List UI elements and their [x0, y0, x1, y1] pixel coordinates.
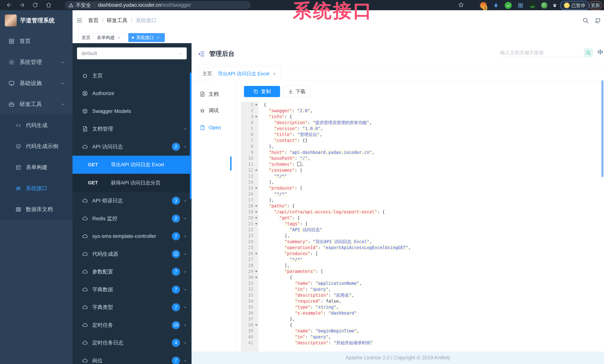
sidebar-subitem-代码生成[interactable]: 代码生成	[0, 115, 73, 136]
chevron-down-icon	[60, 81, 65, 86]
sidebar-item-系统管理[interactable]: 系统管理	[0, 52, 73, 73]
extension-icon-4[interactable]	[516, 1, 524, 9]
browser-back-icon[interactable]	[6, 2, 12, 8]
line-number: 33	[241, 292, 258, 298]
doc-search-button[interactable]	[584, 48, 593, 57]
close-icon[interactable]	[272, 72, 276, 76]
sidebar-item-基础设施[interactable]: 基础设施	[0, 73, 73, 94]
fold-arrow-icon[interactable]	[255, 116, 257, 118]
extension-badge: 1	[483, 6, 487, 10]
swagger-menu-Swagger Models[interactable]: Swagger Models	[73, 102, 191, 120]
swagger-menu-代码生成器[interactable]: 代码生成器11	[73, 245, 191, 263]
extension-icon-7[interactable]	[551, 1, 559, 9]
fold-arrow-icon[interactable]	[255, 253, 257, 254]
swagger-menu-sys-sms-template-controller[interactable]: sys-sms-template-controller7	[73, 227, 191, 245]
extension-icon-2[interactable]	[492, 1, 500, 9]
extension-icon-6[interactable]	[541, 1, 548, 9]
code-editor[interactable]: 1{2"swagger": "2.0",3"info": {4"descript…	[241, 102, 604, 351]
browser-menu-icon[interactable]	[601, 2, 604, 8]
sidebar-item-首页[interactable]: 首页	[0, 31, 73, 52]
language-toggle[interactable]: 中	[598, 49, 603, 56]
swagger-menu-文档管理[interactable]: 文档管理	[73, 120, 191, 138]
fold-arrow-icon[interactable]	[255, 104, 257, 106]
breadcrumb-item[interactable]: 首页	[88, 17, 99, 24]
sidebar-item-研发工具[interactable]: 研发工具	[0, 94, 73, 115]
sidebar-subitem-系统接口[interactable]: 系统接口	[0, 178, 73, 199]
doc-tab-导出API 访问日志 Excel[interactable]: 导出API 访问日志 Excel	[213, 66, 281, 81]
paused-label: 已暂停	[571, 2, 585, 9]
fold-arrow-icon[interactable]	[255, 271, 257, 272]
address-bar[interactable]: 不安全 | dashboard.yudao.iocoder.cn/tool/sw…	[65, 1, 251, 9]
copy-button[interactable]: 复制	[244, 86, 280, 97]
active-nav-indicator	[230, 156, 231, 171]
collapse-menu-icon[interactable]	[198, 50, 205, 58]
swagger-sidebar-scrollbar[interactable]	[190, 73, 191, 199]
swagger-menu-API 访问日志[interactable]: API 访问日志2	[73, 138, 191, 156]
tag-表单构建[interactable]: 表单构建	[93, 33, 126, 42]
line-number: 35	[241, 304, 258, 310]
sidebar-subitem-label: 数据库文档	[26, 206, 53, 213]
fold-arrow-icon[interactable]	[255, 217, 257, 219]
github-icon[interactable]	[594, 17, 601, 24]
swagger-menu-Authorize[interactable]: Authorize	[73, 85, 191, 102]
browser-home-icon[interactable]	[46, 2, 52, 8]
fold-arrow-icon[interactable]	[255, 324, 257, 326]
page: 不安全 | dashboard.yudao.iocoder.cn/tool/sw…	[0, 0, 604, 364]
api-endpoint-导出API 访问日志 Excel[interactable]: GET导出API 访问日志 Excel	[73, 156, 191, 174]
browser-update-button[interactable]: 更新	[589, 1, 602, 10]
download-button[interactable]: 下载	[283, 86, 311, 97]
mini-nav-文档[interactable]: 文档	[191, 88, 236, 101]
cloud-icon	[82, 215, 88, 222]
fold-arrow-icon[interactable]	[255, 211, 257, 213]
browser-forward-icon[interactable]	[19, 2, 25, 8]
api-group-select[interactable]: default	[77, 47, 187, 59]
tag-首页[interactable]: 首页	[78, 33, 94, 42]
swagger-menu-字典类型[interactable]: 字典类型7	[73, 299, 191, 316]
line-number: 7	[241, 138, 258, 143]
mini-nav-调试[interactable]: 调试	[191, 104, 236, 117]
sidebar-subitem-代码生成示例[interactable]: 代码生成示例	[0, 136, 73, 157]
sidebar-subitem-数据库文档[interactable]: 数据库文档	[0, 199, 73, 220]
fold-arrow-icon[interactable]	[255, 223, 257, 225]
app-logo[interactable]: 芋道管理系统	[0, 10, 73, 31]
doc-search-input[interactable]	[500, 48, 582, 57]
breadcrumb-item[interactable]: 研发工具	[107, 17, 127, 24]
window-scrollbar[interactable]	[601, 80, 604, 177]
header-search-icon[interactable]	[582, 17, 589, 24]
sidebar-toggle-icon[interactable]	[76, 17, 83, 24]
sidebar-subitem-表单构建[interactable]: 表单构建	[0, 157, 73, 178]
fold-arrow-icon[interactable]	[255, 188, 257, 189]
swagger-menu-定时任务日志[interactable]: 定时任务日志4	[73, 334, 191, 352]
fold-arrow-icon[interactable]	[255, 205, 257, 207]
gear-icon	[8, 59, 15, 65]
browser-reload-icon[interactable]	[32, 2, 38, 8]
swagger-menu-label: 岗位	[92, 357, 103, 364]
tab-paused-pill[interactable]: 已暂停	[560, 1, 589, 10]
fold-arrow-icon[interactable]	[255, 277, 257, 278]
api-endpoint-获得API 访问日志分页[interactable]: GET获得API 访问日志分页	[73, 174, 191, 192]
api-endpoint-label: 导出API 访问日志 Excel	[111, 161, 164, 168]
extension-icon-3[interactable]	[504, 1, 512, 9]
url-path: /tool/swagger	[161, 2, 191, 8]
chevron-down-icon	[183, 216, 188, 221]
swagger-menu-API 错误日志[interactable]: API 错误日志3	[73, 192, 191, 210]
sliders-icon	[15, 186, 21, 191]
close-icon[interactable]	[117, 36, 121, 39]
swagger-menu-参数配置[interactable]: 参数配置7	[73, 263, 191, 281]
extension-icon-1[interactable]: 1	[479, 1, 487, 9]
swagger-menu-定时任务[interactable]: 定时任务10	[73, 316, 191, 334]
bookmark-star-icon[interactable]	[458, 2, 464, 8]
line-number: 32	[241, 286, 258, 292]
extension-icon-5[interactable]: cn	[528, 1, 536, 9]
close-icon[interactable]	[156, 36, 160, 39]
tag-系统接口[interactable]: 系统接口	[128, 33, 165, 42]
code-line: 36"x-example": "dashboard"	[241, 310, 604, 316]
swagger-menu-主页[interactable]: 主页	[73, 67, 191, 85]
swagger-menu-字典数据[interactable]: 字典数据7	[73, 281, 191, 299]
swagger-menu-Redis 监控[interactable]: Redis 监控2	[73, 210, 191, 227]
mini-nav-Open[interactable]: Open	[191, 121, 236, 134]
line-number: 5	[241, 126, 258, 131]
fold-arrow-icon[interactable]	[255, 170, 257, 171]
swagger-menu-岗位[interactable]: 岗位7	[73, 352, 191, 364]
monitor-icon	[8, 80, 15, 87]
